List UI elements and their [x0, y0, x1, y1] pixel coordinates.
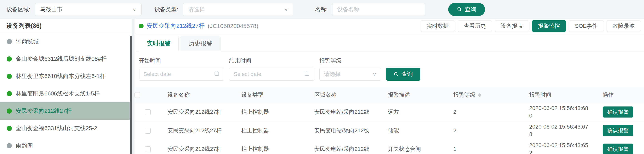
cell-alarm-level: 1 [446, 140, 522, 154]
cell-device-type: 柱上控制器 [235, 140, 308, 154]
filter-search-button[interactable]: 查询 [386, 68, 420, 81]
device-region-select[interactable]: 马鞍山市 ∨ [35, 3, 142, 16]
cell-alarm-description: 开关状态合闸 [381, 140, 446, 154]
device-name-link[interactable]: 安民变采向212线27杆 [147, 22, 204, 30]
gray-status-dot-icon [7, 143, 12, 148]
table-header-row: 设备名称设备类型区域名称报警描述报警等级报警时间操作 [134, 87, 644, 103]
column-header-label: 操作 [602, 92, 614, 98]
sidebar-item-device[interactable]: 钟鼎悦城 [0, 33, 132, 50]
tab-realtime-alarm[interactable]: 实时报警 [139, 36, 179, 51]
device-type-label: 设备类型: [154, 6, 178, 13]
alarm-level-placeholder: 请选择 [324, 70, 340, 78]
sidebar-item-device[interactable]: 雨韵阁 [0, 137, 132, 154]
sidebar-item-device[interactable]: 安民变采向212线27杆 [0, 102, 132, 120]
sorter-icon[interactable] [478, 93, 481, 97]
cell-region-name: 安民变电站/采向212线 [308, 121, 381, 140]
cell-device-name: 安民变采向212线27杆 [161, 103, 235, 121]
cell-actions: 确认报警 [596, 140, 644, 154]
device-type-select[interactable]: 请选择 ∨ [183, 3, 294, 16]
cell-actions: 确认报警 [596, 121, 644, 140]
button-soe-events[interactable]: SOE事件 [569, 20, 604, 32]
gray-status-dot-icon [7, 39, 12, 44]
button-device-report[interactable]: 设备报表 [495, 20, 529, 32]
cell-alarm-time: 2020-06-02 15:56:43:680 [522, 103, 596, 121]
cell-select [134, 121, 161, 140]
top-filter-bar: 设备区域: 马鞍山市 ∨ 设备类型: 请选择 ∨ 名称: 查询 [0, 0, 644, 19]
sidebar-item-device[interactable]: 金山变金福6331线山河支线25-2 [0, 120, 132, 137]
sidebar-item-device[interactable]: 林里变里东6610线向东分线左6-1杆 [0, 68, 132, 85]
device-region-value: 马鞍山市 [40, 6, 62, 13]
row-checkbox[interactable] [145, 128, 151, 134]
alarm-level-field: 报警等级 请选择 ∨ [320, 57, 381, 81]
cell-select [134, 140, 161, 154]
start-date-input[interactable] [143, 71, 202, 77]
calendar-icon [304, 71, 310, 78]
column-header-label: 报警等级 [453, 92, 476, 98]
device-status-dot [139, 24, 144, 28]
sidebar-item-label: 金山变金福6331线山河支线25-2 [16, 124, 97, 132]
confirm-alarm-button[interactable]: 确认报警 [602, 144, 633, 154]
column-header-device-name: 设备名称 [161, 87, 235, 103]
green-status-dot-icon [7, 74, 12, 79]
cell-alarm-time: 2020-06-02 15:56:43:652 [522, 140, 596, 154]
start-time-label: 开始时间 [139, 57, 224, 64]
confirm-alarm-button[interactable]: 确认报警 [602, 106, 633, 118]
cell-device-name: 安民变采向212线27杆 [161, 140, 235, 154]
button-fault-recording[interactable]: 故障录波 [606, 20, 641, 32]
column-header-alarm-level: 报警等级 [446, 87, 522, 103]
device-header-left: 安民变采向212线27杆 (JC105020045578) [139, 22, 258, 30]
cell-alarm-description: 远方 [381, 103, 446, 121]
sidebar-item-label: 安民变采向212线27杆 [16, 107, 72, 115]
device-header: 安民变采向212线27杆 (JC105020045578) 实时数据查看历史设备… [134, 19, 644, 33]
sidebar-item-device[interactable]: 金山变金塘6312线后塘刘支线08#杆 [0, 50, 132, 68]
cell-device-type: 柱上控制器 [235, 121, 308, 140]
button-alarm-monitor[interactable]: 报警监控 [532, 20, 566, 32]
end-time-field: 结束时间 [229, 57, 314, 81]
cell-alarm-level: 2 [446, 121, 522, 140]
button-view-history[interactable]: 查看历史 [458, 20, 492, 32]
column-header-alarm-time: 报警时间 [522, 87, 596, 103]
sidebar-item-label: 林里变里东6610线向东分线左6-1杆 [16, 72, 105, 80]
main-panel: 安民变采向212线27杆 (JC105020045578) 实时数据查看历史设备… [134, 19, 644, 154]
sort-descending-caret-icon [478, 96, 481, 97]
start-date-picker[interactable] [139, 68, 224, 81]
device-action-buttons: 实时数据查看历史设备报表报警监控SOE事件故障录波 [420, 20, 641, 32]
table-row: 安民变采向212线27杆柱上控制器安民变电站/采向212线远方22020-06-… [134, 103, 644, 121]
cell-region-name: 安民变电站/采向212线 [308, 140, 381, 154]
chevron-down-icon: ∨ [373, 72, 376, 76]
row-checkbox[interactable] [145, 146, 151, 152]
alarm-time-text: 2020-06-02 15:56:43:652 [529, 142, 591, 154]
tab-history-alarm[interactable]: 历史报警 [180, 36, 220, 51]
table-row: 安民变采向212线27杆柱上控制器安民变电站/采向212线开关状态合闸12020… [134, 140, 644, 154]
alarm-level-label: 报警等级 [320, 57, 381, 64]
sort-ascending-caret-icon [478, 93, 481, 95]
green-status-dot-icon [7, 126, 12, 131]
select-all-checkbox[interactable] [134, 92, 140, 98]
column-header-alarm-description: 报警描述 [381, 87, 446, 103]
cell-device-type: 柱上控制器 [235, 103, 308, 121]
row-checkbox[interactable] [145, 109, 151, 115]
sidebar-item-label: 雨韵阁 [16, 142, 33, 150]
device-code: (JC105020045578) [208, 23, 258, 30]
cell-select [134, 103, 161, 121]
column-header-actions: 操作 [596, 87, 644, 103]
chevron-down-icon: ∨ [132, 8, 136, 12]
cell-alarm-time: 2020-06-02 15:56:43:678 [522, 121, 596, 140]
sidebar-item-device[interactable]: 林里变阳晨6606线松木支线1-5杆 [0, 85, 132, 102]
chevron-down-icon: ∨ [284, 8, 288, 12]
sidebar-item-label: 钟鼎悦城 [16, 38, 39, 46]
column-header-select [134, 87, 161, 103]
topbar-search-button[interactable]: 查询 [448, 3, 485, 16]
device-list-title: 设备列表(86) [0, 19, 132, 33]
end-date-picker[interactable] [229, 68, 314, 81]
end-date-input[interactable] [234, 71, 293, 77]
name-input[interactable] [332, 3, 425, 16]
sidebar-item-label: 金山变金塘6312线后塘刘支线08#杆 [16, 55, 107, 63]
button-realtime-data[interactable]: 实时数据 [420, 20, 455, 32]
start-time-field: 开始时间 [139, 57, 224, 81]
confirm-alarm-button[interactable]: 确认报警 [602, 125, 633, 136]
sidebar-scrollbar[interactable] [130, 36, 132, 154]
column-header-device-type: 设备类型 [235, 87, 308, 103]
column-header-label: 区域名称 [314, 92, 336, 98]
alarm-level-select[interactable]: 请选择 ∨ [320, 68, 381, 81]
